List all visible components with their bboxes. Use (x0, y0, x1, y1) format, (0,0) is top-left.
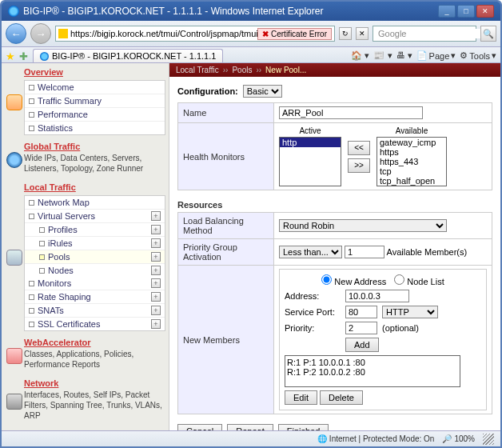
browser-tab[interactable]: BIG-IP® - BIGIP1.KOROCK.NET - 1.1.1.1 (33, 49, 223, 62)
nm-add-button[interactable]: Add (345, 338, 379, 352)
nm-member-item[interactable]: R:1 P:1 10.0.0.1 :80 (287, 358, 458, 367)
pga-suffix: Available Member(s) (387, 247, 468, 257)
window-title: BIG-IP® - BIGIP1.KOROCK.NET - 1.1.1.1 - … (23, 6, 323, 17)
nav-profiles[interactable]: Profiles+ (25, 223, 165, 237)
feeds-menu[interactable]: 📰 ▾ (373, 50, 392, 61)
nm-member-item[interactable]: R:1 P:2 10.0.0.2 :80 (287, 367, 458, 377)
print-menu[interactable]: 🖶 ▾ (396, 50, 412, 61)
breadcrumb-c: New Pool... (265, 66, 306, 74)
browser-navbar: ← → ✖Certificate Error ↻ ✕ G 🔍 (2, 21, 500, 47)
nav-network-map[interactable]: Network Map (25, 196, 165, 210)
zoom-icon[interactable]: 🔎 (442, 434, 452, 443)
webaccelerator-icon (6, 348, 22, 364)
configuration-label: Configuration: (177, 86, 238, 96)
window-titlebar: BIG-IP® - BIGIP1.KOROCK.NET - 1.1.1.1 - … (2, 2, 500, 21)
lb-method-label: Load Balancing Method (178, 213, 274, 239)
globe-icon (6, 152, 22, 168)
nav-pools[interactable]: Pools+ (25, 250, 165, 264)
nav-webacc-desc: Classes, Applications, Policies, Perform… (24, 349, 165, 372)
search-input[interactable] (378, 29, 488, 38)
home-menu[interactable]: 🏠 ▾ (351, 50, 369, 61)
nav-snats[interactable]: SNATs+ (25, 304, 165, 318)
main-panel: Local Traffic ›› Pools ›› New Pool... Co… (169, 63, 500, 438)
nm-delete-button[interactable]: Delete (320, 390, 363, 405)
nav-global-header[interactable]: Global Traffic (24, 140, 165, 153)
forward-button[interactable]: → (30, 23, 51, 44)
nav-ssl-certs[interactable]: SSL Certificates+ (25, 318, 165, 330)
search-go-button[interactable]: 🔍 (480, 26, 496, 42)
security-zone-text: Internet | Protected Mode: On (329, 434, 435, 443)
minimize-button[interactable]: _ (438, 5, 456, 18)
health-monitors-label: Health Monitors (178, 123, 274, 190)
hm-move-right-button[interactable]: >> (348, 158, 370, 173)
hm-active-item[interactable]: http (280, 138, 341, 147)
hm-avail-item[interactable]: gateway_icmp (377, 138, 446, 147)
nav-nodes[interactable]: Nodes+ (25, 264, 165, 277)
nm-port-input[interactable] (345, 306, 377, 318)
nm-optional: (optional) (382, 323, 419, 333)
resize-grip[interactable] (483, 434, 494, 445)
hm-avail-item[interactable]: https (377, 147, 446, 157)
breadcrumb-b[interactable]: Pools (232, 66, 252, 74)
pga-mode-select[interactable]: Less than... (279, 246, 342, 258)
new-address-radio[interactable]: New Address (321, 274, 386, 286)
browser-tabbar: ★ ✚ BIG-IP® - BIGIP1.KOROCK.NET - 1.1.1.… (2, 47, 500, 63)
nm-edit-button[interactable]: Edit (285, 390, 317, 405)
refresh-button[interactable]: ↻ (339, 27, 352, 40)
nav-overview-header[interactable]: Overview (24, 66, 165, 78)
nav-welcome[interactable]: Welcome (25, 81, 165, 94)
hm-active-label: Active (299, 126, 321, 135)
ie-icon (8, 6, 19, 17)
nav-network-header[interactable]: Network (24, 377, 165, 390)
hm-avail-label: Available (396, 126, 428, 135)
node-list-radio[interactable]: Node List (394, 274, 444, 286)
padlock-icon (58, 29, 68, 38)
nav-traffic-summary[interactable]: Traffic Summary (25, 94, 165, 108)
back-button[interactable]: ← (6, 23, 26, 44)
tools-menu[interactable]: ⚙ Tools ▾ (460, 50, 496, 61)
nm-port-label: Service Port: (285, 307, 341, 317)
lb-method-select[interactable]: Round Robin (279, 219, 447, 232)
nm-priority-input[interactable] (345, 322, 377, 334)
nm-priority-label: Priority: (285, 323, 341, 333)
nav-webacc-header[interactable]: WebAccelerator (24, 336, 165, 349)
stop-button[interactable]: ✕ (356, 27, 369, 40)
nav-global-desc: Wide IPs, Data Centers, Servers, Listene… (24, 153, 165, 176)
close-button[interactable]: ✕ (476, 5, 494, 18)
configuration-select[interactable]: Basic (243, 85, 282, 98)
page-menu[interactable]: 📄 Page ▾ (416, 50, 456, 61)
hm-avail-item[interactable]: https_443 (377, 157, 446, 166)
nav-irules[interactable]: iRules+ (25, 237, 165, 250)
tab-favicon-icon (40, 52, 49, 61)
nav-statistics[interactable]: Statistics (25, 122, 165, 134)
search-bar[interactable]: G (373, 26, 476, 42)
nm-members-list[interactable]: R:1 P:1 10.0.0.1 :80 R:1 P:2 10.0.0.2 :8… (285, 355, 460, 387)
nm-port-type-select[interactable]: HTTP (382, 306, 438, 318)
name-input[interactable] (279, 106, 423, 119)
nav-local-header[interactable]: Local Traffic (24, 181, 165, 194)
hm-move-left-button[interactable]: << (348, 141, 370, 155)
zoom-level[interactable]: 100% (454, 434, 475, 443)
nm-address-input[interactable] (345, 290, 409, 302)
hm-avail-item[interactable]: tcp_half_open (377, 176, 446, 186)
resources-header: Resources (177, 200, 492, 210)
certificate-error-badge[interactable]: ✖Certificate Error (257, 28, 332, 40)
nav-monitors[interactable]: Monitors+ (25, 277, 165, 290)
name-label: Name (178, 103, 274, 123)
add-favorites-icon[interactable]: ✚ (19, 50, 30, 62)
tab-title: BIG-IP® - BIGIP1.KOROCK.NET - 1.1.1.1 (52, 51, 216, 61)
hm-avail-item[interactable]: tcp (377, 166, 446, 176)
nav-performance[interactable]: Performance (25, 108, 165, 122)
nav-rate-shaping[interactable]: Rate Shaping+ (25, 290, 165, 304)
nm-address-label: Address: (285, 291, 341, 301)
hm-avail-list[interactable]: gateway_icmp https https_443 tcp tcp_hal… (376, 137, 447, 186)
url-input[interactable] (70, 29, 257, 38)
maximize-button[interactable]: □ (457, 5, 475, 18)
hm-active-list[interactable]: http (279, 137, 341, 186)
favorites-icon[interactable]: ★ (6, 50, 17, 62)
overview-icon (6, 94, 22, 110)
breadcrumb-a[interactable]: Local Traffic (176, 66, 219, 74)
pga-count-input[interactable] (345, 246, 384, 258)
nav-virtual-servers[interactable]: Virtual Servers+ (25, 210, 165, 223)
address-bar[interactable]: ✖Certificate Error (55, 26, 335, 42)
